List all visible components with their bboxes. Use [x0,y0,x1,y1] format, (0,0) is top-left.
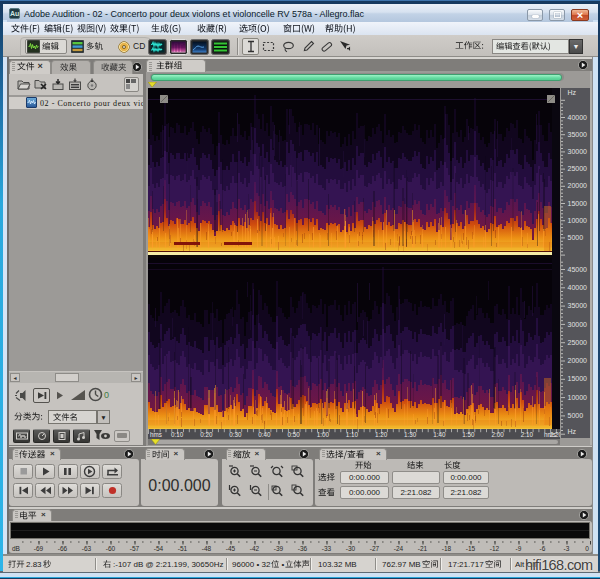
svg-text:5000: 5000 [567,412,583,419]
svg-text:40000: 40000 [567,114,587,121]
svg-text:-15: -15 [465,544,475,551]
svg-text:-18: -18 [441,544,451,551]
svg-text:-21: -21 [417,544,427,551]
svg-text:15000: 15000 [567,200,587,207]
svg-text:0: 0 [585,544,589,551]
svg-text:-6: -6 [539,544,545,551]
svg-text:-3: -3 [563,544,569,551]
svg-text:Hz: Hz [567,428,576,435]
svg-text:5000: 5000 [567,234,583,241]
svg-text:15000: 15000 [567,375,587,382]
svg-text:1:20: 1:20 [375,431,388,438]
svg-text:-54: -54 [153,544,163,551]
svg-text:2:00: 2:00 [491,431,504,438]
svg-text:2:10: 2:10 [521,431,534,438]
svg-text:10000: 10000 [567,394,587,401]
svg-text:20000: 20000 [567,357,587,364]
svg-text:35000: 35000 [567,302,587,309]
svg-text:1:50: 1:50 [462,431,475,438]
svg-text:-42: -42 [249,544,259,551]
svg-text:45000: 45000 [567,266,587,273]
svg-text:30000: 30000 [567,321,587,328]
svg-text:0:50: 0:50 [288,431,301,438]
svg-text:1:10: 1:10 [346,431,359,438]
svg-text:1:40: 1:40 [433,431,446,438]
svg-text:0:10: 0:10 [171,431,184,438]
svg-text:1:30: 1:30 [404,431,417,438]
svg-text:hms: hms [544,431,556,438]
svg-text:-60: -60 [105,544,115,551]
svg-text:10000: 10000 [567,217,587,224]
svg-text:-27: -27 [369,544,379,551]
svg-text:25000: 25000 [567,165,587,172]
svg-text:-57: -57 [129,544,139,551]
svg-text:20000: 20000 [567,182,587,189]
svg-text:-33: -33 [321,544,331,551]
svg-text:-12: -12 [489,544,499,551]
svg-text:-24: -24 [393,544,403,551]
svg-text:-48: -48 [201,544,211,551]
svg-text:0:20: 0:20 [200,431,213,438]
svg-text:-39: -39 [273,544,283,551]
svg-text:-9: -9 [515,544,521,551]
svg-text:-51: -51 [177,544,187,551]
svg-text:0:30: 0:30 [229,431,242,438]
svg-text:35000: 35000 [567,131,587,138]
svg-text:30000: 30000 [567,148,587,155]
svg-text:-36: -36 [297,544,307,551]
svg-text:hms: hms [150,431,162,438]
svg-text:0:40: 0:40 [258,431,271,438]
svg-text:-66: -66 [57,544,67,551]
svg-text:Hz: Hz [567,89,576,96]
svg-text:-45: -45 [225,544,235,551]
svg-text:-30: -30 [345,544,355,551]
svg-text:1:00: 1:00 [317,431,330,438]
svg-text:40000: 40000 [567,284,587,291]
svg-text:-63: -63 [81,544,91,551]
svg-text:dB: dB [12,544,20,551]
svg-text:-69: -69 [33,544,43,551]
svg-text:25000: 25000 [567,339,587,346]
